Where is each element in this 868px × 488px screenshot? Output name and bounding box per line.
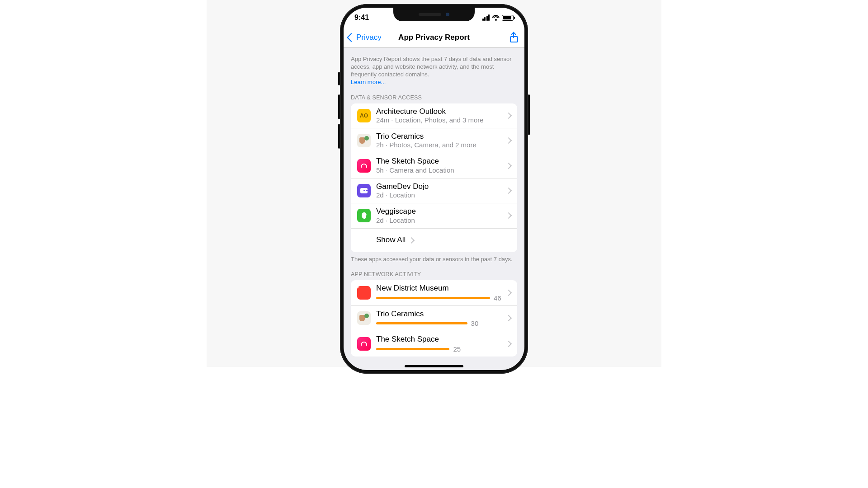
network-card: D New District Museum 46 Trio Ceramics [351,280,517,356]
app-name: Trio Ceramics [376,132,503,141]
phone-screen: 9:41 Privacy App Privacy Report App Priv… [344,8,524,370]
chevron-right-icon [505,341,512,347]
network-row-trio-ceramics[interactable]: Trio Ceramics 30 [351,306,517,331]
app-name: Trio Ceramics [376,310,503,319]
app-name: New District Museum [376,284,503,293]
app-detail: 2h · Photos, Camera, and 2 more [376,141,503,149]
app-row-sketch-space[interactable]: The Sketch Space 5h · Camera and Locatio… [351,153,517,178]
app-icon [357,311,371,325]
back-button[interactable]: Privacy [348,33,382,42]
network-row-sketch-space[interactable]: The Sketch Space 25 [351,331,517,356]
scroll-content[interactable]: App Privacy Report shows the past 7 days… [344,47,524,370]
chevron-right-icon [505,137,512,144]
phone-frame: 9:41 Privacy App Privacy Report App Priv… [340,4,528,374]
app-row-trio-ceramics[interactable]: Trio Ceramics 2h · Photos, Camera, and 2… [351,128,517,153]
app-name: Veggiscape [376,207,503,216]
nav-bar: Privacy App Privacy Report [344,28,524,48]
home-indicator[interactable] [405,365,463,367]
page-title: App Privacy Report [398,33,470,42]
app-icon [357,209,371,222]
chevron-right-icon [505,315,512,321]
app-row-architecture-outlook[interactable]: AO Architecture Outlook 24m · Location, … [351,103,517,128]
chevron-right-icon [505,212,512,219]
app-detail: 5h · Camera and Location [376,166,503,174]
intro-text: App Privacy Report shows the past 7 days… [351,56,512,78]
wifi-icon [492,15,500,21]
section-header-network: APP NETWORK ACTIVITY [344,267,524,280]
show-all-label: Show All [376,235,406,244]
app-icon: AO [357,109,371,122]
chevron-left-icon [347,33,356,42]
app-name: The Sketch Space [376,335,503,344]
app-icon: D [357,286,371,300]
intro-block: App Privacy Report shows the past 7 days… [344,47,524,90]
app-row-veggiscape[interactable]: Veggiscape 2d · Location [351,203,517,228]
chevron-right-icon [505,162,512,169]
back-label: Privacy [356,33,382,42]
chevron-right-icon [505,290,512,296]
app-name: GameDev Dojo [376,182,503,191]
chevron-right-icon [505,188,512,194]
network-value: 30 [471,319,479,327]
chevron-right-icon [505,113,512,119]
app-icon [357,337,371,351]
app-icon [357,134,371,147]
status-time: 9:41 [354,14,369,22]
cellular-icon [482,14,490,21]
app-icon [357,159,371,173]
network-row-new-district-museum[interactable]: D New District Museum 46 [351,280,517,305]
app-detail: 2d · Location [376,216,503,225]
battery-icon [502,15,514,21]
app-row-gamedev-dojo[interactable]: GameDev Dojo 2d · Location [351,178,517,203]
app-icon [357,184,371,197]
section-header-data-sensor: DATA & SENSOR ACCESS [344,90,524,103]
learn-more-link[interactable]: Learn more... [351,79,386,85]
chevron-right-icon [408,237,415,243]
app-name: The Sketch Space [376,157,503,166]
app-name: Architecture Outlook [376,107,503,116]
notch [393,8,475,21]
share-button[interactable] [510,33,518,42]
network-value: 25 [453,345,461,353]
data-sensor-card: AO Architecture Outlook 24m · Location, … [351,103,517,252]
data-sensor-footnote: These apps accessed your data or sensors… [344,252,524,267]
app-detail: 24m · Location, Photos, and 3 more [376,116,503,124]
show-all-button[interactable]: Show All [351,229,517,252]
app-detail: 2d · Location [376,191,503,199]
network-value: 46 [494,294,501,302]
